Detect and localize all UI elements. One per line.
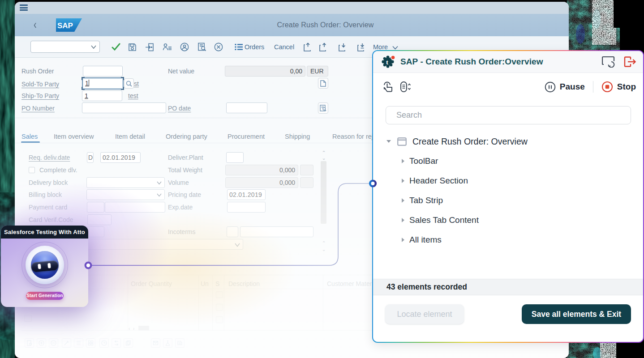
table-toolbar-icon[interactable] xyxy=(62,338,71,348)
table-toolbar-icon[interactable] xyxy=(25,338,34,348)
ship-to-party-label[interactable]: Ship-To Party xyxy=(21,90,59,101)
elements-tree: Create Rush Order: Overview ToolBar Head… xyxy=(373,135,643,279)
horizontal-scrollbar-thumb[interactable] xyxy=(138,326,149,330)
row-status-box xyxy=(216,316,223,323)
hscroll-left-icon[interactable]: ‹ xyxy=(129,327,130,331)
table-toolbar-icon[interactable] xyxy=(74,338,83,348)
page-arrow-up-out-icon[interactable] xyxy=(302,41,313,53)
exit-session-icon[interactable] xyxy=(144,41,155,53)
atto-popup: Salesforce Testing With Atto Start Gener… xyxy=(1,226,88,307)
col-customer-material: Customer Mater xyxy=(327,279,372,288)
payment-card-label: Payment card xyxy=(29,202,67,213)
row-select-checkbox[interactable] xyxy=(24,315,32,322)
scroll-up-icon[interactable]: ⌃ xyxy=(321,150,327,155)
stop-label: Stop xyxy=(617,82,636,92)
deliver-plant-input[interactable] xyxy=(226,152,244,163)
table-toolbar-icon[interactable] xyxy=(151,338,160,348)
save-all-elements-button[interactable]: Save all elements & Exit xyxy=(522,304,631,324)
tab-item-detail[interactable]: Item detail xyxy=(115,131,145,142)
hamburger-menu-icon[interactable] xyxy=(20,4,28,11)
ship-to-link[interactable]: test xyxy=(128,91,138,101)
po-number-label[interactable]: PO Number xyxy=(21,103,55,114)
status-bar: 43 elements recorded xyxy=(373,279,643,295)
caret-right-icon[interactable] xyxy=(402,238,404,242)
scroll-capture-icon[interactable] xyxy=(399,81,411,93)
caret-right-icon[interactable] xyxy=(402,198,404,203)
table-toolbar-icon[interactable] xyxy=(86,338,95,348)
tap-click-icon[interactable] xyxy=(382,81,393,93)
tab-ordering-party[interactable]: Ordering party xyxy=(166,131,207,142)
page-arrow-down-icon[interactable] xyxy=(337,41,348,53)
connector-node-panel[interactable] xyxy=(370,181,376,187)
status-text: 43 elements recorded xyxy=(386,282,467,292)
table-toolbar-icon[interactable] xyxy=(37,338,46,348)
po-number-input[interactable] xyxy=(82,102,166,113)
cancel-button[interactable]: Cancel xyxy=(274,42,294,52)
tree-item-all-items[interactable]: All items xyxy=(373,233,643,247)
back-chevron-icon[interactable]: ‹ xyxy=(34,17,43,33)
collapse-chevron-icon[interactable]: ‹ xyxy=(565,3,569,12)
table-toolbar-icon[interactable] xyxy=(163,338,172,348)
table-toolbar-icon[interactable] xyxy=(124,338,133,348)
hscroll-right-icon[interactable]: › xyxy=(133,327,134,331)
pause-button[interactable]: Pause xyxy=(545,81,585,93)
tree-root-item[interactable]: Create Rush Order: Overview xyxy=(373,135,643,148)
caret-down-icon[interactable] xyxy=(386,140,391,143)
document-note-icon[interactable] xyxy=(318,102,328,114)
caret-right-icon[interactable] xyxy=(402,159,404,163)
caret-right-icon[interactable] xyxy=(402,179,404,183)
table-toolbar-icon[interactable] xyxy=(112,338,121,348)
table-toolbar-icon[interactable] xyxy=(175,338,185,348)
col-line xyxy=(198,275,199,330)
col-line xyxy=(323,275,323,330)
req-deliv-date-label[interactable]: Req. deliv.date xyxy=(29,152,70,163)
locate-element-button[interactable]: Locate element xyxy=(385,304,464,324)
tree-item-tab-strip[interactable]: Tab Strip xyxy=(373,194,643,207)
rush-order-input[interactable] xyxy=(83,66,123,77)
scroll-down-icon[interactable]: ⌄ xyxy=(321,156,327,160)
save-icon[interactable] xyxy=(126,41,138,53)
tab-shipping[interactable]: Shipping xyxy=(285,131,310,142)
tree-item-toolbar[interactable]: ToolBar xyxy=(373,154,643,168)
tab-item-overview[interactable]: Item overview xyxy=(54,131,94,142)
table-toolbar-icon[interactable] xyxy=(99,338,109,348)
orders-button[interactable]: Orders xyxy=(245,42,264,52)
user-list-icon[interactable] xyxy=(161,41,173,53)
document-search-icon[interactable] xyxy=(196,41,208,53)
tree-item-header-section[interactable]: Header Section xyxy=(373,174,643,188)
tab-sales[interactable]: Sales xyxy=(21,131,38,142)
command-combobox[interactable] xyxy=(30,41,100,53)
exit-panel-icon[interactable] xyxy=(623,56,636,68)
stop-button[interactable]: Stop xyxy=(601,81,636,93)
po-date-input[interactable] xyxy=(226,102,267,113)
complete-dlv-checkbox[interactable] xyxy=(29,167,35,173)
search-input[interactable] xyxy=(386,106,631,124)
connector-node-popup[interactable] xyxy=(86,263,91,268)
user-circle-icon[interactable] xyxy=(179,41,190,53)
table-toolbar-icon[interactable] xyxy=(49,338,58,348)
po-date-label[interactable]: PO date xyxy=(168,103,191,114)
page-arrow-down-line-icon[interactable] xyxy=(356,41,367,53)
req-deliv-period-input[interactable]: D xyxy=(87,152,94,163)
caret-right-icon[interactable] xyxy=(402,218,404,222)
sold-to-party-input[interactable]: 1 xyxy=(82,77,124,90)
confirm-check-icon[interactable] xyxy=(110,41,122,53)
desktop: ‹ Create Rush Order: Overview ‹ SAP xyxy=(0,0,644,358)
monitor-refresh-icon[interactable] xyxy=(602,56,615,68)
sold-to-party-label[interactable]: Sold-To Party xyxy=(21,79,59,90)
pause-icon xyxy=(545,81,556,93)
svg-text:SAP: SAP xyxy=(57,21,73,30)
tree-item-label: Header Section xyxy=(409,176,468,186)
copy-document-icon[interactable] xyxy=(318,78,328,89)
start-generation-button[interactable]: Start Generation xyxy=(26,292,64,300)
value-help-search-icon[interactable] xyxy=(124,78,134,89)
tab-procurement[interactable]: Procurement xyxy=(228,131,265,142)
tree-item-sales-tab-content[interactable]: Sales Tab Content xyxy=(373,213,643,227)
close-circle-icon[interactable] xyxy=(213,41,224,53)
page-arrow-up-icon[interactable] xyxy=(318,41,329,53)
req-deliv-date-input[interactable]: 02.01.2019 xyxy=(100,152,141,163)
orders-list-icon[interactable] xyxy=(233,41,245,53)
sold-to-link[interactable]: st xyxy=(134,79,139,89)
ship-to-party-input[interactable]: 1 xyxy=(82,90,122,101)
weight-unit-field xyxy=(300,165,313,175)
